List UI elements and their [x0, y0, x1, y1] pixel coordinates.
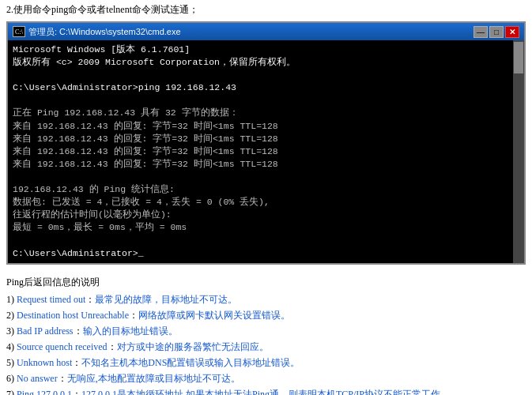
ping-info-title: Ping后返回信息的说明	[6, 276, 526, 289]
ping-item-number-3: 4)	[6, 341, 17, 352]
ping-item-colon-0: ：	[85, 294, 95, 305]
ping-item-label-1: Destination host Unreachable	[17, 310, 129, 321]
ping-item-number-1: 2)	[6, 310, 17, 321]
cmd-line-6: 来自 192.168.12.43 的回复: 字节=32 时间<1ms TTL=1…	[13, 120, 519, 133]
ping-item-desc-2: 输入的目标地址错误。	[83, 325, 178, 337]
ping-item-colon-4: ：	[72, 357, 81, 368]
ping-item-label-2: Bad IP address	[17, 325, 74, 337]
ping-info-item-5: 6) No answer：无响应,本地配置故障或目标地址不可达。	[6, 371, 526, 386]
ping-item-desc-4: 不知名主机本地DNS配置错误或输入目标地址错误。	[81, 357, 300, 368]
ping-info-item-0: 1) Request timed out：最常见的故障，目标地址不可达。	[6, 292, 526, 307]
ping-item-number-6: 7)	[6, 389, 17, 395]
top-instruction: 2.使用命令ping命令或者telnent命令测试连通；	[0, 0, 532, 21]
cmd-line-2	[13, 69, 519, 81]
cmd-line-15	[13, 234, 519, 246]
cmd-titlebar-left: C:\ 管理员: C:\Windows\system32\cmd.exe	[13, 26, 181, 38]
ping-item-desc-1: 网络故障或网卡默认网关设置错误。	[138, 310, 290, 321]
ping-item-colon-5: ：	[58, 373, 67, 384]
cmd-icon: C:\	[13, 26, 25, 37]
cmd-icon-symbol: C:\	[15, 28, 23, 36]
cmd-titlebar: C:\ 管理员: C:\Windows\system32\cmd.exe — □…	[8, 23, 524, 40]
ping-item-colon-1: ：	[129, 310, 138, 321]
ping-item-label-5: No answer	[17, 373, 58, 384]
cmd-line-9: 来自 192.168.12.43 的回复: 字节=32 时间<1ms TTL=1…	[13, 158, 519, 171]
ping-info-section: Ping后返回信息的说明 1) Request timed out：最常见的故障…	[0, 271, 532, 395]
cmd-line-16: C:\Users\Administrator>_	[13, 247, 519, 260]
ping-item-number-5: 6)	[6, 373, 17, 384]
ping-info-item-4: 5) Unknown host：不知名主机本地DNS配置错误或输入目标地址错误。	[6, 356, 526, 370]
cmd-window: C:\ 管理员: C:\Windows\system32\cmd.exe — □…	[6, 21, 526, 265]
cmd-line-14: 最短 = 0ms，最长 = 0ms，平均 = 0ms	[13, 221, 519, 234]
cmd-line-12: 数据包: 已发送 = 4，已接收 = 4，丢失 = 0 (0% 丢失),	[13, 196, 519, 209]
minimize-button[interactable]: —	[474, 26, 488, 38]
ping-item-label-3: Source quench received	[17, 341, 108, 352]
scrollbar-thumb[interactable]	[514, 42, 523, 73]
ping-item-colon-2: ：	[74, 325, 83, 337]
ping-info-item-1: 2) Destination host Unreachable：网络故障或网卡默…	[6, 308, 526, 322]
cmd-line-10	[13, 171, 519, 183]
ping-item-desc-5: 无响应,本地配置故障或目标地址不可达。	[67, 373, 240, 384]
ping-item-label-0: Request timed out	[17, 294, 85, 305]
ping-item-label-4: Unknown host	[17, 357, 72, 368]
ping-info-item-3: 4) Source quench received：对方或中途的服务器繁忙无法回…	[6, 340, 526, 354]
ping-item-number-4: 5)	[6, 357, 17, 368]
ping-item-colon-3: ：	[108, 341, 117, 352]
cmd-line-4	[13, 94, 519, 107]
ping-item-number-0: 1)	[6, 294, 17, 305]
cmd-line-5: 正在 Ping 192.168.12.43 具有 32 字节的数据：	[13, 107, 519, 119]
close-button[interactable]: ✕	[505, 26, 519, 38]
cmd-content: Microsoft Windows [版本 6.1.7601] 版权所有 <c>…	[8, 40, 524, 263]
cmd-line-11: 192.168.12.43 的 Ping 统计信息:	[13, 183, 519, 196]
ping-item-desc-6: 127.0.0.1是本地循环地址,如果本地址无法Ping通，则表明本机TCP/I…	[81, 389, 450, 395]
cmd-scrollbar[interactable]	[513, 40, 524, 263]
cmd-line-8: 来自 192.168.12.43 的回复: 字节=32 时间<1ms TTL=1…	[13, 145, 519, 158]
cmd-title: 管理员: C:\Windows\system32\cmd.exe	[28, 26, 181, 38]
ping-item-desc-3: 对方或中途的服务器繁忙无法回应。	[117, 341, 269, 352]
ping-items-container: 1) Request timed out：最常见的故障，目标地址不可达。2) D…	[6, 292, 526, 395]
ping-info-item-6: 7) Ping 127.0.0.1：127.0.0.1是本地循环地址,如果本地址…	[6, 387, 526, 395]
ping-info-item-2: 3) Bad IP address：输入的目标地址错误。	[6, 324, 526, 338]
cmd-line-1: 版权所有 <c> 2009 Microsoft Corporation，保留所有…	[13, 56, 519, 69]
maximize-button[interactable]: □	[489, 26, 504, 38]
ping-item-desc-0: 最常见的故障，目标地址不可达。	[95, 294, 237, 305]
cmd-line-7: 来自 192.168.12.43 的回复: 字节=32 时间<1ms TTL=1…	[13, 133, 519, 145]
ping-item-number-2: 3)	[6, 325, 17, 337]
cmd-line-3: C:\Users\Administrator>ping 192.168.12.4…	[13, 81, 519, 94]
cmd-titlebar-buttons: — □ ✕	[474, 26, 519, 38]
cmd-line-0: Microsoft Windows [版本 6.1.7601]	[13, 43, 519, 56]
ping-item-colon-6: ：	[72, 389, 81, 395]
cmd-line-13: 往返行程的估计时间(以毫秒为单位):	[13, 209, 519, 221]
ping-item-label-6: Ping 127.0.0.1	[17, 389, 72, 395]
